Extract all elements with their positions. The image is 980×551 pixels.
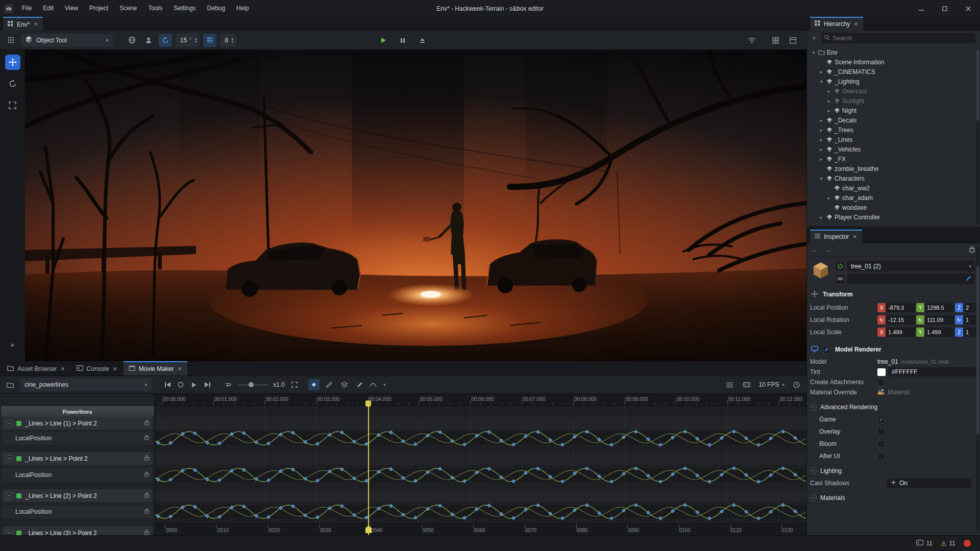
hierarchy-scrollbar[interactable] [976, 48, 979, 224]
close-tab-icon[interactable]: ✕ [113, 366, 117, 372]
pencil-icon[interactable] [324, 379, 335, 390]
game-checkbox[interactable]: ✓ [877, 416, 885, 423]
collapse-track-button[interactable]: − [6, 492, 13, 499]
tab-env[interactable]: Env* ✕ [3, 17, 43, 31]
transform-section-header[interactable]: Transform [807, 287, 980, 302]
stepper-arrows[interactable]: ▲▼ [231, 37, 234, 43]
lock-icon[interactable] [144, 435, 149, 442]
clock-icon[interactable] [791, 379, 802, 390]
record-button[interactable] [175, 379, 186, 390]
grid-view-button[interactable] [4, 34, 17, 47]
hierarchy-item-char-ww2[interactable]: char_ww2 [807, 183, 975, 193]
fullscreen-tool-button[interactable] [5, 97, 20, 113]
timeline-curve-band[interactable] [155, 468, 806, 482]
angle-snap-field[interactable]: 15 ° ▲▼ [176, 34, 200, 47]
materials-header[interactable]: − Materials [807, 491, 980, 504]
fps-dropdown[interactable]: 10 FPS ▾ [758, 381, 785, 388]
folder-icon[interactable] [5, 379, 16, 390]
advanced-rendering-header[interactable]: − Advanced Rendering [807, 400, 980, 413]
rotation-roll-field[interactable]: ↻1 [955, 315, 977, 324]
component-enabled-checkbox[interactable]: ✓ [823, 346, 830, 354]
timeline[interactable]: 00:00.00000:01.00000:02.00000:03.00000:0… [155, 394, 806, 535]
grid-snap-field[interactable]: 8 ▲▼ [220, 34, 236, 47]
expand-arrow-icon[interactable]: ▸ [825, 195, 832, 201]
add-tool-button[interactable]: + [5, 337, 20, 352]
rotate-tool-button[interactable] [5, 76, 20, 91]
model-renderer-section-header[interactable]: ✓ Model Renderer [807, 342, 980, 357]
track-group-header[interactable]: Powerlines [1, 406, 154, 417]
menu-scene[interactable]: Scene [114, 0, 142, 17]
forward-arrow-icon[interactable]: → [825, 246, 831, 254]
close-tab-icon[interactable]: ✕ [853, 21, 858, 27]
create-attachments-checkbox[interactable]: ✓ [877, 379, 885, 386]
menu-tools[interactable]: Tools [142, 0, 168, 17]
expand-arrow-icon[interactable]: ▸ [818, 157, 825, 162]
collapse-icon[interactable]: − [810, 404, 817, 411]
search-box[interactable] [821, 33, 975, 43]
tab-inspector[interactable]: Inspector ✕ [810, 230, 862, 243]
hierarchy-item-woodaxe[interactable]: woodaxe [807, 203, 975, 212]
close-button[interactable] [957, 0, 980, 17]
scale-y-field[interactable]: Y1.499 [916, 328, 954, 337]
collapse-arrow-icon[interactable]: ▾ [810, 50, 817, 55]
paint-icon[interactable] [966, 276, 971, 283]
minimize-button[interactable] [910, 0, 933, 17]
model-name[interactable]: tree_01 [877, 358, 898, 365]
lock-icon[interactable] [144, 420, 149, 427]
expand-arrow-icon[interactable]: ▸ [825, 89, 832, 94]
back-arrow-icon[interactable]: ← [812, 246, 818, 254]
hierarchy-item-char-adam[interactable]: ▸char_adam [807, 193, 975, 203]
time-ruler[interactable]: 00:00.00000:01.00000:02.00000:03.00000:0… [155, 394, 806, 406]
hierarchy-item-zombie-breathe[interactable]: zombie_breathe [807, 164, 975, 173]
expand-arrow-icon[interactable]: ▸ [825, 108, 832, 113]
hierarchy-item--cinematics[interactable]: ▸_CINEMATICS [807, 67, 975, 77]
overlay-checkbox[interactable]: ✓ [877, 428, 885, 436]
warning-count[interactable]: ⚠ 11 [941, 540, 955, 547]
close-tab-icon[interactable]: ✕ [178, 366, 182, 372]
hierarchy-item--trees[interactable]: ▸_Trees [807, 125, 975, 135]
edit-keys-icon[interactable] [354, 379, 365, 390]
angle-snap-toggle[interactable] [159, 34, 172, 47]
playback-speed-slider[interactable] [237, 384, 269, 386]
expand-arrow-icon[interactable]: ▸ [818, 215, 825, 220]
lock-icon[interactable] [144, 471, 149, 479]
scale-x-field[interactable]: X1.499 [877, 328, 915, 337]
hierarchy-item-env[interactable]: ▾Env [807, 47, 975, 57]
expand-arrow-icon[interactable]: ▸ [818, 137, 825, 142]
timeline-curve-band[interactable] [155, 432, 806, 445]
layers-icon[interactable] [339, 379, 350, 390]
hierarchy-item-scene-information[interactable]: Scene Information [807, 57, 975, 67]
scale-z-field[interactable]: Z1 [955, 328, 977, 337]
expand-arrow-icon[interactable]: ▸ [818, 128, 825, 133]
add-gameobject-button[interactable]: + [810, 34, 819, 42]
close-tab-icon[interactable]: ✕ [33, 21, 38, 27]
rotation-pitch-field[interactable]: ↻-12.15 [877, 315, 915, 324]
maximize-button[interactable] [933, 0, 957, 17]
frame-ruler[interactable]: 0000001000200030004000500060007000800090… [155, 523, 806, 535]
collapse-track-button[interactable]: − [6, 455, 13, 462]
menu-view[interactable]: View [59, 0, 84, 17]
rotation-yaw-field[interactable]: ↻111.09 [916, 315, 954, 324]
playhead[interactable] [368, 400, 369, 535]
collapse-arrow-icon[interactable]: ▾ [818, 176, 825, 181]
track-property-row[interactable]: LocalPosition [2, 468, 153, 482]
search-input[interactable] [832, 35, 972, 42]
go-to-end-button[interactable] [202, 379, 213, 390]
playhead-top-marker[interactable] [365, 400, 371, 407]
eject-button[interactable] [415, 34, 429, 47]
after-ui-checkbox[interactable]: ✓ [877, 453, 885, 460]
timeline-track-band[interactable] [155, 452, 806, 465]
layout-single-button[interactable] [786, 34, 799, 47]
loop-toggle[interactable] [222, 379, 233, 390]
collapse-track-button[interactable]: − [6, 420, 13, 427]
fit-view-icon[interactable] [289, 379, 300, 390]
track-row[interactable]: −_Lines > Line (1) > Point 2 [2, 417, 153, 430]
expand-arrow-icon[interactable]: ▸ [818, 69, 825, 74]
visibility-eye-button[interactable] [835, 274, 845, 284]
track-list-icon[interactable] [724, 379, 735, 390]
menu-debug[interactable]: Debug [202, 0, 231, 17]
inspector-scrollbar[interactable] [976, 246, 979, 533]
go-to-start-button[interactable] [162, 379, 173, 390]
hierarchy-item-overcast[interactable]: ▸Overcast [807, 86, 975, 96]
object-name-field[interactable]: tree_01 (2) ▾ [847, 261, 975, 271]
